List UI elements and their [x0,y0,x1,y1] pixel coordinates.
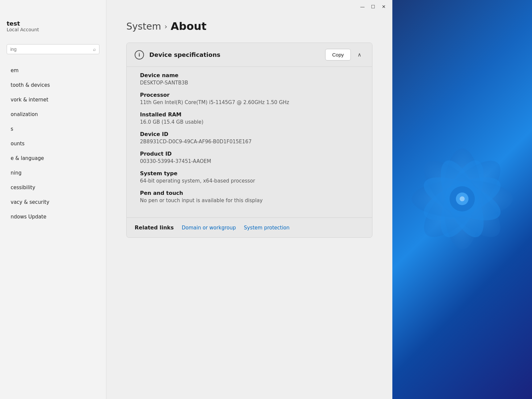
close-button[interactable]: ✕ [380,3,387,10]
spec-label-ram: Installed RAM [140,111,359,118]
spec-value-device-id: 2B8931CD-D0C9-49CA-AF96-B0D1F015E167 [140,139,359,145]
breadcrumb-system[interactable]: System [126,21,161,32]
main-area: — ☐ ✕ System › About i Device specificat… [106,0,392,399]
copy-button[interactable]: Copy [325,49,351,61]
sidebar: test Local Account ⌕ em tooth & devices … [0,0,106,399]
breadcrumb-arrow: › [164,22,167,31]
sidebar-item-gaming[interactable]: ning [3,166,103,180]
spec-label-pen-touch: Pen and touch [140,190,359,196]
related-link-domain[interactable]: Domain or workgroup [182,225,236,231]
spec-row-ram: Installed RAM 16.0 GB (15.4 GB usable) [140,111,359,125]
spec-row-pen-touch: Pen and touch No pen or touch input is a… [140,190,359,203]
win11-bloom-graphic [399,136,525,263]
spec-label-system-type: System type [140,170,359,177]
spec-label-product-id: Product ID [140,151,359,157]
related-links-label: Related links [135,224,174,231]
spec-content: Device name DESKTOP-SANTB3B Processor 11… [127,67,372,217]
sidebar-item-apps[interactable]: s [3,122,103,136]
spec-row-device-name: Device name DESKTOP-SANTB3B [140,72,359,86]
sidebar-item-language[interactable]: e & language [3,151,103,165]
spec-value-ram: 16.0 GB (15.4 GB usable) [140,119,359,125]
svg-point-10 [460,196,465,201]
spec-label-processor: Processor [140,92,359,98]
search-icon: ⌕ [93,47,96,52]
spec-label-device-id: Device ID [140,131,359,137]
spec-row-processor: Processor 11th Gen Intel(R) Core(TM) i5-… [140,92,359,105]
spec-label-device-name: Device name [140,72,359,78]
window-chrome: — ☐ ✕ [106,0,392,13]
sidebar-item-accounts[interactable]: ounts [3,137,103,151]
spec-value-pen-touch: No pen or touch input is available for t… [140,198,359,203]
user-role: Local Account [7,27,99,32]
related-link-system-protection[interactable]: System protection [244,225,289,231]
spec-value-system-type: 64-bit operating system, x64-based proce… [140,178,359,184]
related-links: Related links Domain or workgroup System… [127,217,372,237]
search-input[interactable] [10,47,93,52]
user-section: test Local Account [0,20,106,39]
breadcrumb-about: About [171,20,206,33]
maximize-button[interactable]: ☐ [370,3,376,10]
spec-row-device-id: Device ID 2B8931CD-D0C9-49CA-AF96-B0D1F0… [140,131,359,145]
spec-row-system-type: System type 64-bit operating system, x64… [140,170,359,184]
sidebar-item-windows-update[interactable]: ndows Update [3,210,103,224]
nav-list: em tooth & devices vork & internet onali… [0,63,106,224]
sidebar-item-accessibility[interactable]: cessibility [3,181,103,195]
wallpaper-decoration [392,0,532,399]
minimize-button[interactable]: — [359,3,366,10]
sidebar-item-network[interactable]: vork & internet [3,93,103,107]
sidebar-item-bluetooth[interactable]: tooth & devices [3,78,103,92]
search-box[interactable]: ⌕ [7,44,99,54]
sidebar-item-personalization[interactable]: onalization [3,107,103,121]
spec-value-product-id: 00330-53994-37451-AAOEM [140,158,359,164]
spec-value-processor: 11th Gen Intel(R) Core(TM) i5-1145G7 @ 2… [140,99,359,105]
sidebar-item-system[interactable]: em [3,64,103,77]
collapse-button[interactable]: ∧ [355,50,364,60]
info-icon: i [135,50,144,60]
spec-value-device-name: DESKTOP-SANTB3B [140,80,359,86]
spec-row-product-id: Product ID 00330-53994-37451-AAOEM [140,151,359,164]
user-name: test [7,20,99,27]
sidebar-item-privacy[interactable]: vacy & security [3,195,103,209]
device-specs-card: i Device specifications Copy ∧ Device na… [126,43,372,238]
content-area: System › About i Device specifications C… [106,13,392,399]
section-title: Device specifications [149,51,325,58]
card-header: i Device specifications Copy ∧ [127,43,372,67]
breadcrumb: System › About [126,20,372,33]
